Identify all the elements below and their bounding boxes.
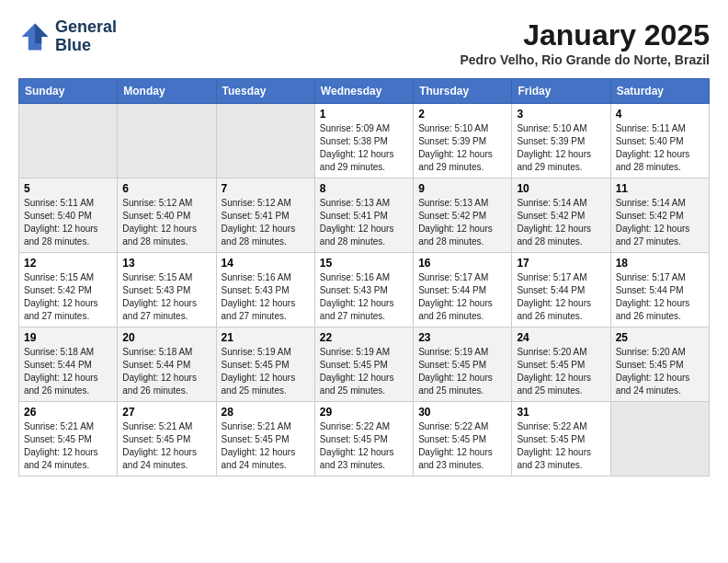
day-info: Sunrise: 5:21 AM Sunset: 5:45 PM Dayligh…	[24, 420, 112, 472]
calendar-body: 1Sunrise: 5:09 AM Sunset: 5:38 PM Daylig…	[19, 104, 710, 477]
header-thursday: Thursday	[414, 79, 512, 104]
calendar-cell: 29Sunrise: 5:22 AM Sunset: 5:45 PM Dayli…	[314, 402, 413, 477]
day-info: Sunrise: 5:19 AM Sunset: 5:45 PM Dayligh…	[320, 346, 408, 397]
calendar-cell: 10Sunrise: 5:14 AM Sunset: 5:42 PM Dayli…	[512, 178, 610, 253]
calendar-cell: 28Sunrise: 5:21 AM Sunset: 5:45 PM Dayli…	[216, 402, 314, 477]
day-number: 24	[517, 331, 605, 344]
svg-marker-1	[35, 23, 48, 43]
day-info: Sunrise: 5:20 AM Sunset: 5:45 PM Dayligh…	[616, 346, 704, 397]
day-number: 21	[222, 331, 310, 344]
logo-line1: General	[55, 18, 117, 37]
day-info: Sunrise: 5:10 AM Sunset: 5:39 PM Dayligh…	[418, 122, 506, 174]
day-info: Sunrise: 5:20 AM Sunset: 5:45 PM Dayligh…	[517, 346, 605, 397]
header-monday: Monday	[118, 79, 216, 104]
day-number: 25	[616, 331, 704, 344]
calendar-cell: 9Sunrise: 5:13 AM Sunset: 5:42 PM Daylig…	[414, 178, 512, 253]
day-info: Sunrise: 5:15 AM Sunset: 5:43 PM Dayligh…	[122, 271, 210, 323]
calendar-title: January 2025	[461, 18, 711, 52]
day-number: 18	[616, 257, 704, 270]
day-number: 5	[24, 182, 112, 195]
day-number: 14	[222, 257, 310, 270]
header-row: SundayMondayTuesdayWednesdayThursdayFrid…	[19, 79, 710, 104]
day-info: Sunrise: 5:21 AM Sunset: 5:45 PM Dayligh…	[122, 420, 210, 472]
calendar-cell: 27Sunrise: 5:21 AM Sunset: 5:45 PM Dayli…	[118, 402, 216, 477]
day-info: Sunrise: 5:13 AM Sunset: 5:41 PM Dayligh…	[320, 197, 408, 248]
day-info: Sunrise: 5:09 AM Sunset: 5:38 PM Dayligh…	[320, 122, 408, 174]
day-number: 7	[222, 182, 310, 195]
day-number: 6	[122, 182, 210, 195]
day-info: Sunrise: 5:11 AM Sunset: 5:40 PM Dayligh…	[616, 122, 704, 174]
calendar-cell: 3Sunrise: 5:10 AM Sunset: 5:39 PM Daylig…	[512, 104, 610, 178]
day-number: 29	[320, 406, 408, 419]
day-number: 15	[320, 257, 408, 270]
day-info: Sunrise: 5:22 AM Sunset: 5:45 PM Dayligh…	[517, 420, 605, 472]
logo-text: General Blue	[55, 18, 117, 55]
calendar-cell: 21Sunrise: 5:19 AM Sunset: 5:45 PM Dayli…	[216, 327, 314, 402]
day-number: 26	[24, 406, 112, 419]
week-row-0: 1Sunrise: 5:09 AM Sunset: 5:38 PM Daylig…	[19, 104, 710, 178]
calendar-cell: 23Sunrise: 5:19 AM Sunset: 5:45 PM Dayli…	[414, 327, 512, 402]
day-number: 28	[222, 406, 310, 419]
day-number: 27	[122, 406, 210, 419]
day-info: Sunrise: 5:18 AM Sunset: 5:44 PM Dayligh…	[24, 346, 112, 397]
day-info: Sunrise: 5:19 AM Sunset: 5:45 PM Dayligh…	[418, 346, 506, 397]
calendar-cell: 31Sunrise: 5:22 AM Sunset: 5:45 PM Dayli…	[512, 402, 610, 477]
day-info: Sunrise: 5:17 AM Sunset: 5:44 PM Dayligh…	[517, 271, 605, 323]
calendar-cell: 12Sunrise: 5:15 AM Sunset: 5:42 PM Dayli…	[19, 253, 118, 327]
calendar-subtitle: Pedro Velho, Rio Grande do Norte, Brazil	[461, 52, 711, 67]
calendar-cell: 4Sunrise: 5:11 AM Sunset: 5:40 PM Daylig…	[610, 104, 709, 178]
day-number: 9	[418, 182, 506, 195]
day-number: 3	[517, 108, 605, 121]
header-tuesday: Tuesday	[216, 79, 314, 104]
day-info: Sunrise: 5:16 AM Sunset: 5:43 PM Dayligh…	[222, 271, 310, 323]
logo-line2: Blue	[55, 37, 117, 55]
day-info: Sunrise: 5:14 AM Sunset: 5:42 PM Dayligh…	[517, 197, 605, 248]
day-info: Sunrise: 5:22 AM Sunset: 5:45 PM Dayligh…	[320, 420, 408, 472]
calendar-cell	[19, 104, 118, 178]
day-number: 30	[418, 406, 506, 419]
calendar-cell: 16Sunrise: 5:17 AM Sunset: 5:44 PM Dayli…	[414, 253, 512, 327]
day-info: Sunrise: 5:14 AM Sunset: 5:42 PM Dayligh…	[616, 197, 704, 248]
header-friday: Friday	[512, 79, 610, 104]
title-section: January 2025 Pedro Velho, Rio Grande do …	[461, 18, 711, 67]
day-number: 13	[122, 257, 210, 270]
day-info: Sunrise: 5:15 AM Sunset: 5:42 PM Dayligh…	[24, 271, 112, 323]
calendar-cell: 17Sunrise: 5:17 AM Sunset: 5:44 PM Dayli…	[512, 253, 610, 327]
day-info: Sunrise: 5:12 AM Sunset: 5:41 PM Dayligh…	[222, 197, 310, 248]
calendar-cell	[118, 104, 216, 178]
day-info: Sunrise: 5:13 AM Sunset: 5:42 PM Dayligh…	[418, 197, 506, 248]
week-row-1: 5Sunrise: 5:11 AM Sunset: 5:40 PM Daylig…	[19, 178, 710, 253]
header-sunday: Sunday	[19, 79, 118, 104]
calendar-cell: 6Sunrise: 5:12 AM Sunset: 5:40 PM Daylig…	[118, 178, 216, 253]
calendar-cell: 26Sunrise: 5:21 AM Sunset: 5:45 PM Dayli…	[19, 402, 118, 477]
week-row-4: 26Sunrise: 5:21 AM Sunset: 5:45 PM Dayli…	[19, 402, 710, 477]
day-number: 16	[418, 257, 506, 270]
day-info: Sunrise: 5:11 AM Sunset: 5:40 PM Dayligh…	[24, 197, 112, 248]
logo: General Blue	[18, 18, 117, 55]
day-number: 23	[418, 331, 506, 344]
calendar-cell: 19Sunrise: 5:18 AM Sunset: 5:44 PM Dayli…	[19, 327, 118, 402]
calendar-cell	[610, 402, 709, 477]
day-number: 17	[517, 257, 605, 270]
day-number: 8	[320, 182, 408, 195]
calendar-cell: 2Sunrise: 5:10 AM Sunset: 5:39 PM Daylig…	[414, 104, 512, 178]
calendar-header: SundayMondayTuesdayWednesdayThursdayFrid…	[19, 79, 710, 104]
day-info: Sunrise: 5:22 AM Sunset: 5:45 PM Dayligh…	[418, 420, 506, 472]
day-number: 10	[517, 182, 605, 195]
day-info: Sunrise: 5:17 AM Sunset: 5:44 PM Dayligh…	[616, 271, 704, 323]
day-info: Sunrise: 5:16 AM Sunset: 5:43 PM Dayligh…	[320, 271, 408, 323]
calendar-cell: 30Sunrise: 5:22 AM Sunset: 5:45 PM Dayli…	[414, 402, 512, 477]
calendar-cell	[216, 104, 314, 178]
calendar-cell: 25Sunrise: 5:20 AM Sunset: 5:45 PM Dayli…	[610, 327, 709, 402]
calendar-cell: 5Sunrise: 5:11 AM Sunset: 5:40 PM Daylig…	[19, 178, 118, 253]
day-info: Sunrise: 5:19 AM Sunset: 5:45 PM Dayligh…	[222, 346, 310, 397]
calendar-cell: 15Sunrise: 5:16 AM Sunset: 5:43 PM Dayli…	[314, 253, 413, 327]
day-info: Sunrise: 5:18 AM Sunset: 5:44 PM Dayligh…	[122, 346, 210, 397]
day-number: 31	[517, 406, 605, 419]
calendar-cell: 20Sunrise: 5:18 AM Sunset: 5:44 PM Dayli…	[118, 327, 216, 402]
day-info: Sunrise: 5:17 AM Sunset: 5:44 PM Dayligh…	[418, 271, 506, 323]
calendar-cell: 1Sunrise: 5:09 AM Sunset: 5:38 PM Daylig…	[314, 104, 413, 178]
header-wednesday: Wednesday	[314, 79, 413, 104]
calendar-cell: 13Sunrise: 5:15 AM Sunset: 5:43 PM Dayli…	[118, 253, 216, 327]
calendar-cell: 7Sunrise: 5:12 AM Sunset: 5:41 PM Daylig…	[216, 178, 314, 253]
